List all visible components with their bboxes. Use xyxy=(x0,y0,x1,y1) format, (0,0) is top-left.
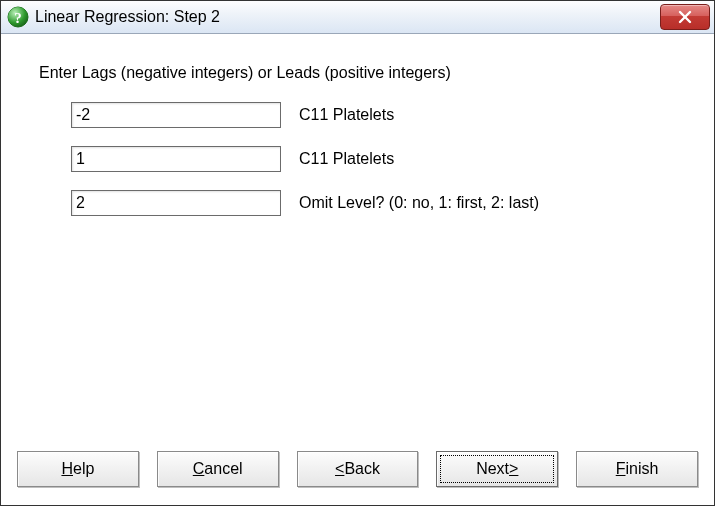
close-button[interactable] xyxy=(660,4,710,30)
field-label: Omit Level? (0: no, 1: first, 2: last) xyxy=(299,194,539,212)
btn-hot: > xyxy=(509,460,518,478)
btn-post: ancel xyxy=(204,460,242,478)
btn-post: Back xyxy=(344,460,380,478)
lag-input-0[interactable] xyxy=(71,102,281,128)
btn-hot: < xyxy=(335,460,344,478)
help-button[interactable]: Help xyxy=(17,451,139,487)
field-label: C11 Platelets xyxy=(299,150,394,168)
fields-area: C11 Platelets C11 Platelets Omit Level? … xyxy=(71,102,684,216)
instruction-text: Enter Lags (negative integers) or Leads … xyxy=(39,64,684,82)
btn-post: elp xyxy=(73,460,94,478)
next-button[interactable]: Next > xyxy=(436,451,558,487)
field-label: C11 Platelets xyxy=(299,106,394,124)
dialog-window: ? Linear Regression: Step 2 Enter Lags (… xyxy=(0,0,715,506)
omit-level-input[interactable] xyxy=(71,190,281,216)
btn-hot: H xyxy=(61,460,73,478)
cancel-button[interactable]: Cancel xyxy=(157,451,279,487)
btn-hot: C xyxy=(193,460,205,478)
question-icon: ? xyxy=(7,6,29,28)
dialog-content: Enter Lags (negative integers) or Leads … xyxy=(1,34,714,451)
titlebar: ? Linear Regression: Step 2 xyxy=(1,1,714,34)
svg-text:?: ? xyxy=(14,10,22,26)
field-row: C11 Platelets xyxy=(71,102,684,128)
btn-pre: Next xyxy=(476,460,509,478)
window-title: Linear Regression: Step 2 xyxy=(35,8,220,26)
close-icon xyxy=(677,10,693,24)
lag-input-1[interactable] xyxy=(71,146,281,172)
field-row: C11 Platelets xyxy=(71,146,684,172)
button-bar: Help Cancel < Back Next > Finish xyxy=(1,451,714,505)
finish-button[interactable]: Finish xyxy=(576,451,698,487)
btn-post: inish xyxy=(626,460,659,478)
back-button[interactable]: < Back xyxy=(297,451,419,487)
btn-hot: F xyxy=(616,460,626,478)
field-row: Omit Level? (0: no, 1: first, 2: last) xyxy=(71,190,684,216)
